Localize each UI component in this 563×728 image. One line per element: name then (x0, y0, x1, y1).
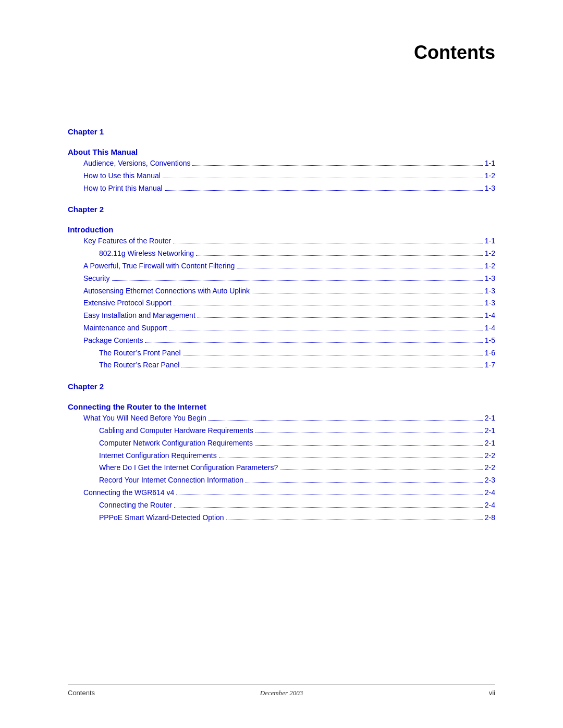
toc-dots (165, 190, 483, 191)
table-of-contents: Chapter 1 About This Manual Audience, Ve… (68, 126, 495, 524)
toc-dots (169, 330, 482, 330)
toc-entry-pppoe[interactable]: PPPoE Smart Wizard-Detected Option 2-8 (68, 512, 495, 524)
entry-label: Maintenance and Support (83, 322, 167, 335)
toc-entry-autosensing[interactable]: Autosensing Ethernet Connections with Au… (68, 285, 495, 298)
entry-label: Internet Configuration Requirements (99, 450, 217, 462)
entry-label: Connecting the WGR614 v4 (83, 487, 174, 499)
chapter2intro-heading: Chapter 2 Introduction (68, 204, 495, 235)
toc-entry-protocol[interactable]: Extensive Protocol Support 1-3 (68, 297, 495, 310)
entry-label: What You Will Need Before You Begin (83, 412, 206, 425)
toc-entry-rear-panel[interactable]: The Router’s Rear Panel 1-7 (68, 359, 495, 372)
entry-page: 2-4 (485, 499, 495, 512)
entry-page: 1-3 (485, 285, 495, 298)
entry-page: 1-2 (485, 260, 495, 273)
toc-entry-how-to-use[interactable]: How to Use this Manual 1-2 (68, 170, 495, 182)
toc-entry-easy-install[interactable]: Easy Installation and Management 1-4 (68, 310, 495, 322)
entry-label: Audience, Versions, Conventions (83, 157, 190, 170)
entry-label: Easy Installation and Management (83, 310, 195, 322)
entry-label: Connecting the Router (99, 499, 172, 512)
entry-label: The Router’s Rear Panel (99, 359, 179, 372)
toc-entry-connecting-router[interactable]: Connecting the Router 2-4 (68, 499, 495, 512)
chapter1-label: Chapter 1 (68, 126, 495, 137)
toc-entry-key-features[interactable]: Key Features of the Router 1-1 (68, 235, 495, 248)
toc-dots (176, 495, 482, 495)
toc-entry-audience[interactable]: Audience, Versions, Conventions 1-1 (68, 157, 495, 170)
entry-page: 2-1 (485, 412, 495, 425)
toc-entry-connecting-wgr614[interactable]: Connecting the WGR614 v4 2-4 (68, 487, 495, 499)
page-title: Contents (68, 42, 495, 64)
toc-dots (237, 268, 483, 268)
entry-page: 1-1 (485, 235, 495, 248)
entry-label: Computer Network Configuration Requireme… (99, 437, 253, 450)
chapter2intro-title: Introduction (68, 224, 495, 235)
toc-dots (174, 507, 483, 508)
toc-entry-what-you-need[interactable]: What You Will Need Before You Begin 2-1 (68, 412, 495, 425)
toc-entry-record-info[interactable]: Record Your Internet Connection Informat… (68, 474, 495, 487)
page-footer: Contents December 2003 vii (68, 684, 495, 697)
toc-entry-cabling[interactable]: Cabling and Computer Hardware Requiremen… (68, 425, 495, 437)
entry-label: How to Use this Manual (83, 170, 161, 182)
entry-label: Record Your Internet Connection Informat… (99, 474, 243, 487)
toc-dots (163, 178, 483, 178)
entry-label: PPPoE Smart Wizard-Detected Option (99, 512, 224, 524)
footer-date: December 2003 (260, 689, 303, 697)
entry-label: Package Contents (83, 335, 143, 347)
entry-label: 802.11g Wireless Networking (99, 248, 194, 260)
toc-dots (198, 317, 483, 318)
entry-page: 1-4 (485, 322, 495, 335)
toc-entry-internet-config[interactable]: Internet Configuration Requirements 2-2 (68, 450, 495, 462)
entry-label: Where Do I Get the Internet Configuratio… (99, 462, 278, 474)
toc-dots (255, 445, 483, 446)
entry-page: 2-1 (485, 425, 495, 437)
entry-label: The Router’s Front Panel (99, 347, 181, 360)
entry-page: 2-2 (485, 450, 495, 462)
toc-dots (145, 342, 482, 343)
entry-page: 2-4 (485, 487, 495, 499)
toc-dots (255, 433, 483, 433)
entry-label: Extensive Protocol Support (83, 297, 172, 310)
toc-dots (209, 420, 483, 421)
toc-dots (252, 293, 483, 293)
toc-entry-80211g[interactable]: 802.11g Wireless Networking 1-2 (68, 248, 495, 260)
entry-page: 2-3 (485, 474, 495, 487)
entry-page: 1-3 (485, 182, 495, 195)
entry-page: 2-2 (485, 462, 495, 474)
toc-dots (173, 243, 483, 243)
entry-page: 1-2 (485, 170, 495, 182)
chapter2intro-label: Chapter 2 (68, 204, 495, 215)
toc-entry-package[interactable]: Package Contents 1-5 (68, 335, 495, 347)
entry-page: 1-5 (485, 335, 495, 347)
toc-entry-how-to-print[interactable]: How to Print this Manual 1-3 (68, 182, 495, 195)
entry-page: 2-1 (485, 437, 495, 450)
entry-page: 1-3 (485, 273, 495, 285)
toc-entry-computer-network[interactable]: Computer Network Configuration Requireme… (68, 437, 495, 450)
chapter2connect-heading: Chapter 2 Connecting the Router to the I… (68, 381, 495, 412)
footer-page-number: vii (489, 689, 495, 697)
entry-label: How to Print this Manual (83, 182, 163, 195)
entry-label: Cabling and Computer Hardware Requiremen… (99, 425, 253, 437)
toc-entry-maintenance[interactable]: Maintenance and Support 1-4 (68, 322, 495, 335)
toc-dots (280, 470, 483, 470)
entry-label: Key Features of the Router (83, 235, 171, 248)
toc-dots (181, 367, 482, 367)
toc-dots (246, 482, 483, 483)
toc-dots (192, 165, 482, 166)
toc-entry-front-panel[interactable]: The Router’s Front Panel 1-6 (68, 347, 495, 360)
page: Contents Chapter 1 About This Manual Aud… (0, 0, 563, 728)
entry-page: 2-8 (485, 512, 495, 524)
entry-label: Security (83, 273, 110, 285)
toc-dots (112, 280, 483, 281)
toc-entry-where-do-i-get[interactable]: Where Do I Get the Internet Configuratio… (68, 462, 495, 474)
entry-page: 1-4 (485, 310, 495, 322)
toc-dots (196, 255, 483, 256)
entry-page: 1-1 (485, 157, 495, 170)
chapter2connect-title: Connecting the Router to the Internet (68, 401, 495, 412)
toc-entry-security[interactable]: Security 1-3 (68, 273, 495, 285)
toc-entry-firewall[interactable]: A Powerful, True Firewall with Content F… (68, 260, 495, 273)
entry-page: 1-7 (485, 359, 495, 372)
entry-label: A Powerful, True Firewall with Content F… (83, 260, 235, 273)
footer-left-label: Contents (68, 689, 95, 697)
chapter1-heading: Chapter 1 About This Manual (68, 126, 495, 157)
toc-dots (226, 520, 483, 520)
entry-page: 1-6 (485, 347, 495, 360)
